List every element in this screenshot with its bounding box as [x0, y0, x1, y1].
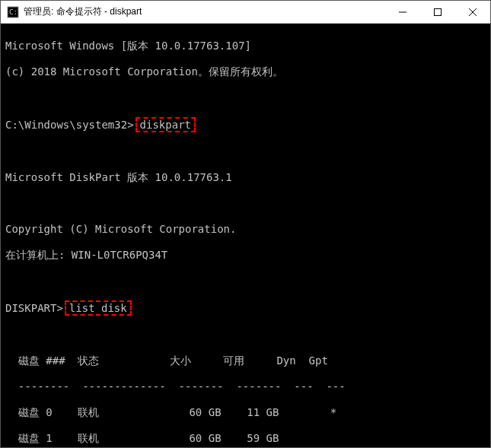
minimize-button[interactable] [385, 1, 420, 23]
window-title: 管理员: 命令提示符 - diskpart [24, 5, 385, 18]
svg-rect-3 [435, 8, 442, 15]
table-row: 磁盘 0 联机 60 GB 11 GB * [5, 406, 486, 419]
command-highlight: diskpart [136, 117, 196, 132]
close-button[interactable] [455, 1, 490, 23]
output-line: 在计算机上: WIN-L0TCR6PQ34T [5, 249, 486, 262]
output-line: Microsoft DiskPart 版本 10.0.17763.1 [5, 171, 486, 184]
maximize-button[interactable] [420, 1, 455, 23]
table-divider: -------- ------------- ------- ------- -… [5, 380, 486, 393]
svg-text:C:\: C:\ [9, 8, 19, 16]
command-highlight: list disk [65, 300, 132, 316]
window-titlebar: C:\ 管理员: 命令提示符 - diskpart [1, 1, 490, 24]
cmd-icon: C:\ [7, 6, 19, 18]
prompt-line: DISKPART>list disk [5, 300, 486, 316]
output-line: Microsoft Windows [版本 10.0.17763.107] [5, 40, 486, 52]
prompt-prefix: DISKPART> [5, 302, 63, 314]
terminal-output[interactable]: Microsoft Windows [版本 10.0.17763.107] (c… [1, 24, 490, 447]
output-line: Copyright (C) Microsoft Corporation. [5, 223, 486, 236]
table-row: 磁盘 1 联机 60 GB 59 GB [5, 432, 486, 445]
prompt-line: C:\Windows\system32>diskpart [5, 117, 486, 132]
output-line: (c) 2018 Microsoft Corporation。保留所有权利。 [5, 65, 486, 78]
prompt-prefix: C:\Windows\system32> [5, 119, 134, 131]
table-header: 磁盘 ### 状态 大小 可用 Dyn Gpt [5, 354, 486, 367]
window-controls [385, 1, 490, 23]
